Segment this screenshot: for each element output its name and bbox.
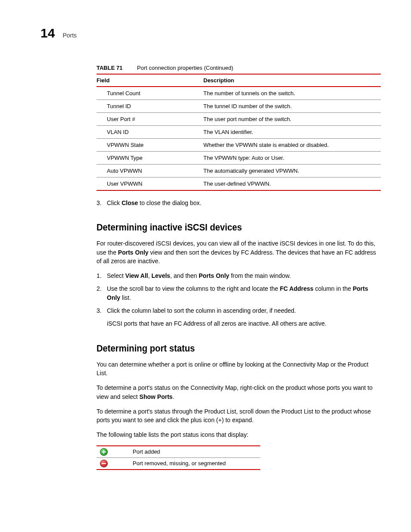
ports-only-bold: Ports Only [118,249,149,256]
table71-caption: TABLE 71 Port connection properties (Con… [97,65,381,71]
step-number: 1. [97,271,102,280]
chapter-number: 14 [40,26,55,40]
icon-cell [97,457,129,470]
table71-field-header: Field [97,74,203,87]
table-row: VPWWN TypeThe VPWWN type: Auto or User. [97,152,381,165]
chapter-title: Ports [62,32,77,39]
status-text-cell: Port added [129,446,260,458]
step-number: 2. [97,284,102,293]
icon-cell [97,446,129,458]
portstatus-p4: The following table lists the port statu… [97,430,381,439]
portstatus-p3: To determine a port's status through the… [97,407,381,425]
iscsi-step2: 2. Use the scroll bar to view the column… [97,284,381,302]
step-text: Use the scroll bar to view the columns t… [107,285,368,301]
iscsi-intro: For router-discovered iSCSI devices, you… [97,239,381,265]
desc-cell: The user-defined VPWWN. [203,177,381,191]
table-row: VLAN IDThe VLAN identifier. [97,126,381,139]
table-row: User Port #The user port number of the s… [97,113,381,126]
port-added-icon [100,448,108,456]
table-row: Port added [97,446,260,458]
table71-desc-header: Description [203,74,381,87]
desc-cell: The tunnel ID number of the switch. [203,100,381,113]
field-cell: VPWWN State [97,139,203,152]
table-row: User VPWWNThe user-defined VPWWN. [97,177,381,191]
desc-cell: The automatically generated VPWWN. [203,165,381,177]
table-row: Port removed, missing, or segmented [97,457,260,470]
port-status-table: Port addedPort removed, missing, or segm… [97,445,260,470]
table71-title: Port connection properties (Continued) [137,65,233,71]
show-ports-bold: Show Ports [140,393,173,400]
field-cell: Tunnel ID [97,100,203,113]
table-row: Auto VPWWNThe automatically generated VP… [97,165,381,177]
table71-label: TABLE 71 [97,65,122,71]
field-cell: VPWWN Type [97,152,203,165]
portstatus-p2: To determine a port's status on the Conn… [97,383,381,401]
desc-cell: Whether the VPWWN state is enabled or di… [203,139,381,152]
table-row: VPWWN StateWhether the VPWWN state is en… [97,139,381,152]
field-cell: VLAN ID [97,126,203,139]
field-cell: Tunnel Count [97,87,203,100]
portstatus-p1: You can determine whether a port is onli… [97,360,381,378]
step-number: 3. [97,199,102,207]
table-row: Tunnel CountThe number of tunnels on the… [97,87,381,100]
iscsi-sub: iSCSI ports that have an FC Address of a… [107,319,381,328]
table-row: Tunnel IDThe tunnel ID number of the swi… [97,100,381,113]
desc-cell: The VPWWN type: Auto or User. [203,152,381,165]
desc-cell: The VLAN identifier. [203,126,381,139]
page-header: 14 Ports [40,26,377,40]
field-cell: Auto VPWWN [97,165,203,177]
step-text: Click Close to close the dialog box. [107,199,201,206]
heading-inactive-iscsi: Determining inactive iSCSI devices [97,222,358,233]
step-close-dialog: 3. Click Close to close the dialog box. [97,199,381,207]
iscsi-step1: 1. Select View All, Levels, and then Por… [97,271,381,280]
step-text: Select View All, Levels, and then Ports … [107,272,291,279]
desc-cell: The number of tunnels on the switch. [203,87,381,100]
table71: Field Description Tunnel CountThe number… [97,74,381,191]
field-cell: User Port # [97,113,203,126]
step-text: Click the column label to sort the colum… [107,307,296,314]
field-cell: User VPWWN [97,177,203,191]
port-removed-icon [100,460,108,467]
iscsi-step3: 3. Click the column label to sort the co… [97,306,381,315]
content-body: TABLE 71 Port connection properties (Con… [97,65,381,470]
status-text-cell: Port removed, missing, or segmented [129,457,260,470]
desc-cell: The user port number of the switch. [203,113,381,126]
heading-port-status: Determining port status [97,343,358,354]
close-bold: Close [121,199,138,206]
step-number: 3. [97,306,102,315]
